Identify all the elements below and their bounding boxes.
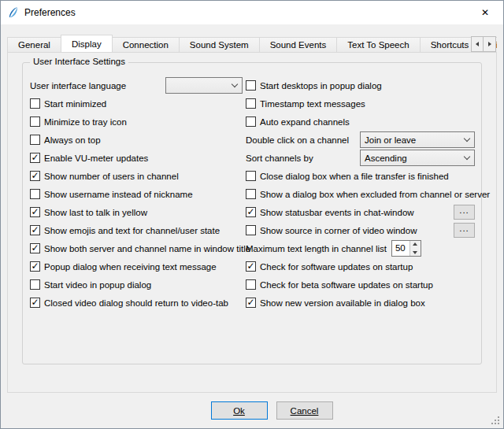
double-click-combobox[interactable]: Join or leave — [360, 131, 475, 148]
user-interface-settings-group: User Interface Settings User interface l… — [22, 62, 482, 364]
checkbox-video-popup[interactable]: Start video in popup dialog — [30, 276, 243, 294]
video-source-row: Show source in corner of video window ..… — [246, 221, 475, 239]
language-combobox[interactable] — [165, 77, 243, 94]
tab-sound-system[interactable]: Sound System — [180, 37, 260, 52]
checkbox-box[interactable] — [30, 279, 40, 290]
tab-text-to-speech[interactable]: Text To Speech — [337, 37, 420, 52]
statusbar-events-row: Show statusbar events in chat-window ... — [246, 203, 475, 221]
checkbox-check-beta-updates[interactable]: Check for beta software updates on start… — [246, 276, 475, 294]
max-text-length-row: Maximum text length in channel list 50 — [246, 239, 475, 257]
sort-channels-row: Sort channels by Ascending — [246, 149, 475, 167]
checkbox-new-version-dialog[interactable]: Show new version available in dialog box — [246, 294, 475, 312]
sort-channels-label: Sort channels by — [246, 153, 313, 163]
resize-grip[interactable] — [491, 416, 501, 426]
tab-sound-events[interactable]: Sound Events — [260, 37, 338, 52]
arrow-right-icon — [488, 42, 494, 46]
tab-scrollers — [471, 36, 496, 52]
checkbox-closed-video-return[interactable]: Closed video dialog should return to vid… — [30, 294, 243, 312]
tab-general[interactable]: General — [7, 37, 61, 52]
tab-scroll-left-button[interactable] — [471, 36, 484, 52]
checkbox-box[interactable] — [30, 116, 40, 127]
checkbox-auto-expand-channels[interactable]: Auto expand channels — [246, 113, 475, 131]
checkbox-box[interactable] — [30, 153, 40, 163]
checkbox-box[interactable] — [30, 98, 40, 109]
checkbox-last-to-talk[interactable]: Show last to talk in yellow — [30, 203, 243, 221]
titlebar[interactable]: Preferences ✕ — [1, 1, 503, 24]
checkbox-start-minimized[interactable]: Start minimized — [30, 94, 243, 113]
checkbox-box[interactable] — [30, 207, 40, 217]
checkbox-vu-meter-updates[interactable]: Enable VU-meter updates — [30, 149, 243, 167]
dialog-buttons: Ok Cancel — [40, 401, 503, 420]
spin-down-icon[interactable] — [410, 249, 421, 257]
checkbox-box[interactable] — [246, 225, 256, 235]
close-button[interactable]: ✕ — [467, 1, 503, 24]
checkbox-video-source-corner[interactable]: Show source in corner of video window — [246, 225, 417, 235]
checkbox-desktops-popup[interactable]: Start desktops in popup dialog — [246, 76, 475, 94]
double-click-value: Join or leave — [365, 135, 416, 145]
checkbox-box[interactable] — [246, 298, 256, 308]
checkbox-box[interactable] — [30, 243, 40, 253]
sort-channels-combobox[interactable]: Ascending — [360, 150, 475, 166]
checkbox-server-channel-title[interactable]: Show both server and channel name in win… — [30, 239, 243, 257]
left-column: User interface language Start minimized … — [30, 76, 243, 364]
checkbox-box[interactable] — [30, 189, 40, 199]
checkbox-box[interactable] — [30, 135, 40, 145]
spin-up-icon[interactable] — [410, 241, 421, 249]
checkbox-box[interactable] — [246, 261, 256, 272]
checkbox-timestamp-messages[interactable]: Timestamp text messages — [246, 94, 475, 113]
window-title: Preferences — [24, 7, 76, 18]
checkbox-show-username[interactable]: Show username instead of nickname — [30, 185, 243, 203]
chevron-down-icon — [232, 81, 238, 87]
right-column: Start desktops in popup dialog Timestamp… — [246, 76, 475, 364]
checkbox-box[interactable] — [246, 189, 256, 199]
max-text-length-spinner[interactable]: 50 — [391, 240, 421, 257]
statusbar-events-options-button[interactable]: ... — [454, 205, 475, 220]
arrow-left-icon — [473, 42, 479, 46]
double-click-label: Double click on a channel — [246, 135, 349, 145]
chevron-down-icon — [464, 153, 470, 160]
max-text-length-label: Maximum text length in channel list — [246, 244, 387, 253]
tab-display[interactable]: Display — [61, 35, 113, 52]
checkbox-box[interactable] — [30, 298, 40, 308]
checkbox-close-on-transfer-finished[interactable]: Close dialog box when a file transfer is… — [246, 167, 475, 185]
checkbox-box[interactable] — [246, 207, 256, 217]
language-label: User interface language — [30, 81, 126, 91]
checkbox-box[interactable] — [246, 116, 256, 127]
checkbox-show-user-count[interactable]: Show number of users in channel — [30, 167, 243, 185]
checkbox-check-updates[interactable]: Check for software updates on startup — [246, 257, 475, 276]
checkbox-box[interactable] — [30, 225, 40, 235]
checkbox-always-on-top[interactable]: Always on top — [30, 131, 243, 149]
sort-channels-value: Ascending — [365, 153, 407, 163]
cancel-button[interactable]: Cancel — [276, 401, 333, 420]
display-tab-page: User Interface Settings User interface l… — [7, 52, 497, 393]
app-logo-icon — [7, 6, 20, 19]
checkbox-statusbar-events[interactable]: Show statusbar events in chat-window — [246, 207, 414, 217]
double-click-row: Double click on a channel Join or leave — [246, 131, 475, 149]
ok-button[interactable]: Ok — [211, 401, 268, 420]
checkbox-box[interactable] — [246, 80, 256, 91]
chevron-down-icon — [464, 135, 470, 142]
tab-scroll-right-button[interactable] — [484, 36, 496, 52]
preferences-dialog: Preferences ✕ General Display Connection… — [0, 0, 504, 429]
checkbox-box[interactable] — [246, 171, 256, 181]
checkbox-minimize-to-tray[interactable]: Minimize to tray icon — [30, 113, 243, 131]
checkbox-box[interactable] — [30, 261, 40, 272]
tab-bar: General Display Connection Sound System … — [7, 35, 497, 52]
video-source-options-button[interactable]: ... — [454, 223, 475, 238]
max-text-length-value: 50 — [392, 241, 410, 256]
checkbox-show-emojis[interactable]: Show emojis and text for channel/user st… — [30, 221, 243, 239]
language-row: User interface language — [30, 76, 243, 94]
checkbox-popup-text-message[interactable]: Popup dialog when receiving text message — [30, 257, 243, 276]
checkbox-box[interactable] — [30, 171, 40, 181]
checkbox-box[interactable] — [246, 98, 256, 109]
tab-connection[interactable]: Connection — [113, 37, 180, 52]
checkbox-box[interactable] — [246, 279, 256, 290]
checkbox-dialog-when-excluded[interactable]: Show a dialog box when excluded from cha… — [246, 185, 475, 203]
